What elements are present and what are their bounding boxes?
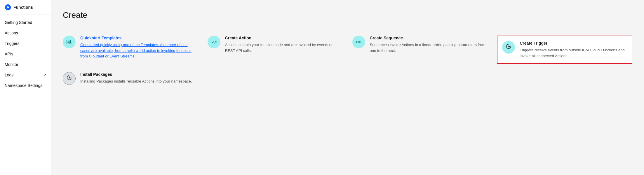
svg-point-0 [5,4,11,10]
create-action-icon: </> [208,36,220,48]
card-create-action: </> Create Action Actions contain your f… [208,36,343,64]
create-sequence-icon [352,36,365,48]
svg-text:</>: </> [212,40,217,44]
sidebar-item-namespace-settings[interactable]: Namespace Settings [0,80,51,91]
quickstart-icon [63,36,76,48]
create-sequence-description: Sequences invoke Actions in a linear ord… [370,42,488,53]
svg-point-9 [356,41,358,43]
sidebar-item-label: Logs [5,73,13,77]
cards-grid-row1: Quickstart Templates Get started quickly… [63,36,632,64]
sidebar-item-label: Actions [5,31,18,35]
card-create-sequence: Create Sequence Sequences invoke Actions… [352,36,488,64]
create-action-title: Create Action [225,36,343,40]
create-sequence-title: Create Sequence [370,36,488,40]
quickstart-title-link[interactable]: Quickstart Templates [80,36,198,40]
sidebar-item-logs[interactable]: Logs ↗ [0,70,51,80]
sidebar-item-getting-started[interactable]: Getting Started ⌄ [0,17,51,28]
install-packages-title: Install Packages [80,72,192,77]
card-create-trigger[interactable]: Create Trigger Triggers receive events f… [497,36,632,64]
install-packages-description: Installing Packages installs reusable Ac… [80,78,192,84]
install-packages-icon [63,72,76,85]
main-content: Create Quickstart Templates Get started … [51,0,644,175]
page-title: Create [63,10,632,20]
sidebar-item-apis[interactable]: APIs [0,49,51,59]
create-trigger-title: Create Trigger [520,41,627,46]
sidebar: Functions Getting Started ⌄ Actions Trig… [0,0,51,175]
functions-logo-icon [5,4,11,10]
sidebar-item-label: Getting Started [5,20,32,25]
sidebar-title: Functions [13,5,33,10]
card-install-packages: Install Packages Installing Packages ins… [63,72,192,85]
sidebar-header: Functions [0,0,51,15]
sidebar-item-label: Triggers [5,41,20,46]
create-trigger-icon [502,41,515,54]
card-quickstart: Quickstart Templates Get started quickly… [63,36,198,64]
sidebar-item-actions[interactable]: Actions [0,28,51,38]
quickstart-description[interactable]: Get started quickly using one of the Tem… [80,43,192,58]
sidebar-nav: Getting Started ⌄ Actions Triggers APIs … [0,15,51,93]
sidebar-item-label: Monitor [5,62,18,67]
create-action-description: Actions contain your function code and a… [225,42,343,53]
create-trigger-description: Triggers receive events from outside IBM… [520,47,627,59]
sidebar-item-label: APIs [5,52,13,56]
sidebar-item-triggers[interactable]: Triggers [0,38,51,49]
sidebar-item-label: Namespace Settings [5,83,42,88]
external-link-icon: ↗ [43,73,46,77]
cards-row2: Install Packages Installing Packages ins… [63,72,632,85]
sidebar-item-monitor[interactable]: Monitor [0,59,51,70]
chevron-down-icon: ⌄ [44,21,46,24]
page-divider [63,26,632,26]
